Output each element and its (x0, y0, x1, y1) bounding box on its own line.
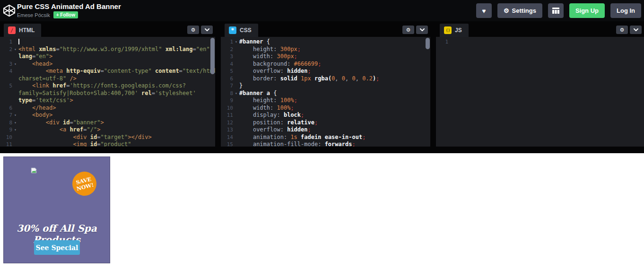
chevron-down-icon (634, 28, 638, 31)
html-collapse-button[interactable] (201, 26, 213, 34)
js-collapse-button[interactable] (630, 26, 642, 34)
code-line[interactable]: 9▾ <a href="/"> (0, 126, 215, 134)
code-line[interactable]: 10 width: 100%; (221, 104, 430, 112)
code-line[interactable]: type='text/css'> (0, 97, 215, 104)
code-line[interactable]: 13 overflow: hidden; (221, 126, 430, 134)
line-number: 11 (221, 112, 233, 119)
change-view-button[interactable] (548, 3, 564, 18)
code-line[interactable]: 7▾ <body> (0, 112, 215, 119)
code-text: <head> (18, 61, 215, 68)
html-code-editor[interactable]: 12▾<html xmlns="http://www.w3.org/1999/x… (0, 37, 215, 147)
line-number: 5 (0, 82, 12, 90)
code-text: position: relative; (239, 119, 430, 127)
ad-banner[interactable]: SAVE NOW! 30% off All Spa Products See S… (3, 156, 110, 263)
code-line[interactable]: 3▾ <head> (0, 61, 215, 68)
code-line[interactable]: 2▾<html xmlns="http://www.w3.org/1999/xh… (0, 46, 215, 53)
code-text: charset=utf-8" /> (18, 75, 215, 83)
follow-button[interactable]: + Follow (53, 11, 78, 18)
code-text: <div id="target"></div> (18, 134, 215, 141)
sign-up-button[interactable]: Sign Up (569, 3, 605, 18)
code-line[interactable]: lang="en"> (0, 53, 215, 61)
code-line[interactable]: 1▾#banner { (221, 38, 430, 46)
fold-spacer (233, 104, 239, 112)
code-line[interactable]: 12 position: relative; (221, 119, 430, 127)
tab-html[interactable]: / HTML (4, 24, 41, 37)
code-line[interactable]: 7} (221, 82, 430, 90)
code-line[interactable]: 4 <meta http-equiv="content-type" conten… (0, 68, 215, 75)
html-settings-button[interactable]: ⚙ (187, 26, 199, 34)
code-line[interactable]: 6 border: solid 1px rgba(0, 0, 0, 0.2); (221, 75, 430, 83)
code-line[interactable]: 9 height: 100%; (221, 97, 430, 104)
code-line[interactable]: 11 display: block; (221, 112, 430, 119)
code-line[interactable]: 14 animation: 1s fadein ease-in-out; (221, 134, 430, 141)
code-text: animation-fill-mode: forwards; (239, 141, 430, 147)
line-number: 2 (221, 46, 233, 53)
code-line[interactable]: 1 (436, 38, 644, 46)
css-collapse-button[interactable] (416, 26, 428, 34)
css-settings-button[interactable]: ⚙ (402, 26, 414, 34)
line-number: 3 (0, 61, 12, 68)
code-line[interactable]: 5 overflow: hidden; (221, 68, 430, 75)
js-code-editor[interactable]: 1 (436, 37, 644, 147)
line-number (0, 90, 12, 97)
code-text: overflow: hidden; (239, 68, 430, 75)
code-line[interactable]: family=Satisfy|Roboto+Slab:400,700' rel=… (0, 90, 215, 97)
code-line[interactable]: 2 height: 300px; (221, 46, 430, 53)
code-text: <link href='https://fonts.googleapis.com… (18, 82, 215, 90)
tab-css[interactable]: * CSS (225, 24, 258, 37)
header-actions: ♥ ⚙ Settings Sign Up Log In (476, 3, 641, 18)
fold-spacer (233, 112, 239, 119)
line-number: 8 (0, 119, 12, 127)
code-line[interactable]: 11 <img id="product" (0, 141, 215, 147)
see-special-button[interactable]: See Special (34, 240, 80, 255)
line-number: 1 (436, 38, 448, 46)
line-number: 9 (0, 126, 12, 134)
fold-marker-icon[interactable]: ▾ (12, 112, 18, 119)
code-text: } (239, 82, 430, 90)
fold-spacer (12, 38, 18, 46)
codepen-logo-icon[interactable] (3, 4, 16, 17)
html-editor-scrollbar[interactable] (210, 38, 215, 74)
line-number: 14 (221, 134, 233, 141)
code-line[interactable]: 15 animation-fill-mode: forwards; (221, 141, 430, 147)
line-number (0, 75, 12, 83)
code-line[interactable]: 3 width: 300px; (221, 53, 430, 61)
html-editor-panel: / HTML ⚙ 12▾<html xmlns="http://www.w3.o… (0, 24, 215, 147)
fold-spacer (233, 119, 239, 127)
fold-marker-icon[interactable]: ▾ (12, 46, 18, 53)
broken-image-icon (31, 167, 37, 174)
tab-js-label: JS (455, 27, 462, 34)
gear-icon: ⚙ (620, 27, 625, 33)
code-text: <meta http-equiv="content-type" content=… (18, 68, 215, 75)
code-line[interactable]: 10 <div id="target"></div> (0, 134, 215, 141)
code-line[interactable]: 1 (0, 38, 215, 46)
fold-spacer (12, 141, 18, 147)
code-text: #banner a { (239, 90, 430, 97)
js-editor-panel: () JS ⚙ 1 (436, 24, 644, 147)
tab-js[interactable]: () JS (440, 24, 469, 37)
fold-marker-icon[interactable]: ▾ (12, 126, 18, 134)
author-name[interactable]: Emese Pócsik (17, 12, 50, 18)
code-line[interactable]: 8▾ <div id="banner"> (0, 119, 215, 127)
gear-icon: ⚙ (504, 8, 509, 14)
code-line[interactable]: 8▾#banner a { (221, 90, 430, 97)
love-button[interactable]: ♥ (476, 3, 492, 18)
js-settings-button[interactable]: ⚙ (616, 26, 628, 34)
fold-marker-icon[interactable]: ▾ (12, 119, 18, 127)
fold-marker-icon[interactable]: ▾ (12, 61, 18, 68)
settings-button[interactable]: ⚙ Settings (497, 3, 542, 18)
code-text (454, 38, 644, 46)
fold-marker-icon[interactable]: ▾ (233, 90, 239, 97)
chevron-down-icon (205, 28, 209, 31)
fold-marker-icon[interactable]: ▾ (233, 38, 239, 46)
line-number: 3 (221, 53, 233, 61)
code-line[interactable]: 5 <link href='https://fonts.googleapis.c… (0, 82, 215, 90)
code-line[interactable]: 6 </head> (0, 104, 215, 112)
code-text: background: #666699; (239, 61, 430, 68)
code-line[interactable]: charset=utf-8" /> (0, 75, 215, 83)
css-code-editor[interactable]: 1▾#banner {2 height: 300px;3 width: 300p… (221, 37, 430, 147)
css-editor-scrollbar[interactable] (426, 38, 430, 49)
log-in-button[interactable]: Log In (610, 3, 641, 18)
code-line[interactable]: 4 background: #666699; (221, 61, 430, 68)
fold-spacer (233, 126, 239, 134)
